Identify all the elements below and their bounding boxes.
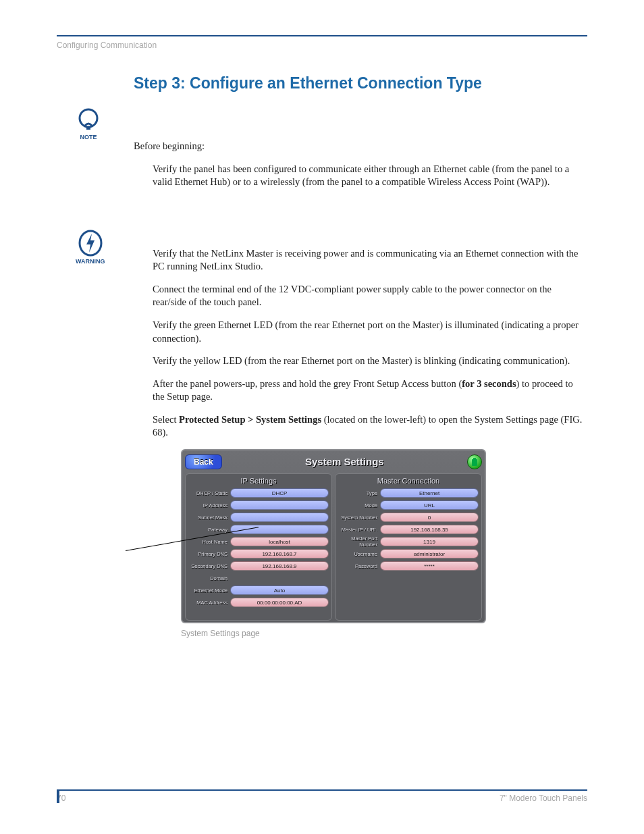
type-field[interactable]: Ethernet [380,488,479,498]
master-port-field[interactable]: 1319 [380,537,479,546]
ip-settings-header: IP Settings [188,477,329,485]
mac-address-field: 00:00:00:00:00:AD [230,598,329,607]
username-field[interactable]: administrator [380,549,479,558]
primary-dns-field[interactable]: 192.168.168.7 [230,549,329,558]
footer-product: 7" Modero Touch Panels [500,793,587,803]
svg-rect-3 [473,458,476,459]
ethernet-mode-field[interactable]: Auto [230,585,329,595]
back-button[interactable]: Back [185,454,222,469]
yellow-led-para: Verify the yellow LED (from the rear Eth… [153,355,587,368]
subnet-mask-field[interactable] [230,513,329,522]
page-heading: Step 3: Configure an Ethernet Connection… [134,74,587,93]
svg-rect-1 [86,127,90,130]
ip-settings-panel: IP Settings DHCP / StaticDHCP IP Address… [185,473,332,621]
note-icon: NOTE [76,107,101,140]
battery-icon [467,454,482,469]
mode-field[interactable]: URL [380,500,479,510]
ip-address-field[interactable] [230,500,329,510]
before-beginning-label: Before beginning: [134,140,587,153]
system-settings-screenshot: Back System Settings IP Settings DHCP / … [181,449,486,623]
password-field[interactable]: ***** [380,561,479,571]
figure-caption: System Settings page [181,629,587,638]
connect-para: Connect the terminal end of the 12 VDC-c… [153,283,587,309]
green-led-para: Verify the green Ethernet LED (from the … [153,319,587,345]
warning-icon: WARNING [76,230,105,265]
master-connection-panel: Master Connection TypeEthernet ModeURL S… [335,473,482,621]
netlinx-para: Verify that the NetLinx Master is receiv… [153,247,587,273]
system-number-field[interactable]: 0 [380,513,479,522]
page-footer: 70 7" Modero Touch Panels [57,789,587,803]
host-name-field[interactable]: localhost [230,537,329,546]
domain-field[interactable] [230,573,329,583]
svg-rect-4 [472,459,477,466]
master-ip-field[interactable]: 192.168.168.35 [380,525,479,534]
top-rule [57,35,587,36]
secondary-dns-field[interactable]: 192.168.168.9 [230,561,329,571]
master-connection-header: Master Connection [338,477,479,485]
dhcp-field[interactable]: DHCP [230,488,329,498]
screenshot-title: System Settings [222,456,467,467]
select-para: Select Protected Setup > System Settings… [153,413,587,440]
powerup-para: After the panel powers-up, press and hol… [153,377,587,404]
running-head: Configuring Communication [57,41,587,50]
verify-panel-para: Verify the panel has been configured to … [153,163,587,189]
